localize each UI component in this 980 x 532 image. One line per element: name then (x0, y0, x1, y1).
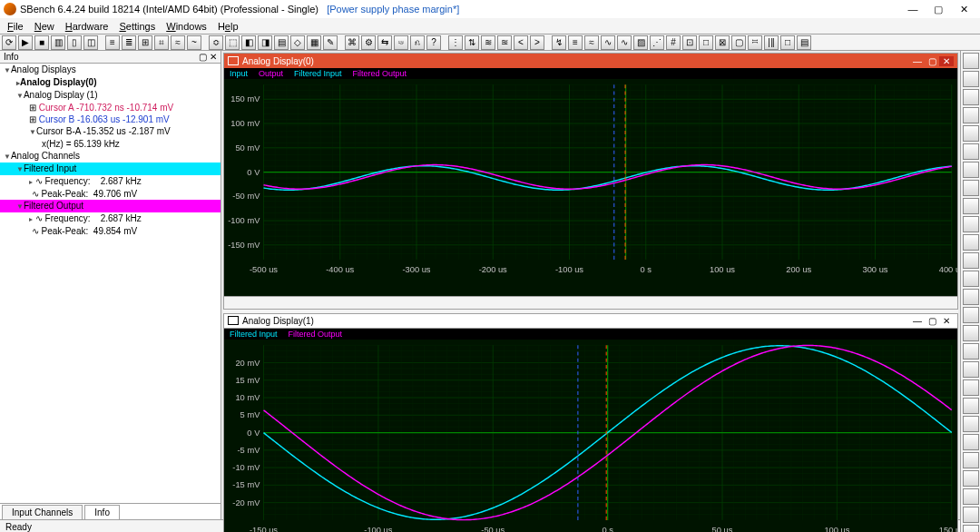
toolbar-btn-42[interactable]: ⊠ (715, 35, 730, 50)
side-tool-12[interactable] (963, 271, 979, 287)
side-tool-18[interactable] (963, 379, 979, 396)
menu-file[interactable]: FFileile (4, 20, 27, 33)
toolbar-btn-39[interactable]: # (666, 35, 681, 50)
toolbar-btn-9[interactable]: ⌗ (154, 35, 169, 50)
side-tool-3[interactable] (963, 107, 979, 123)
toolbar-btn-13[interactable]: ⬚ (225, 35, 240, 50)
toolbar-btn-43[interactable]: ▢ (731, 35, 746, 50)
toolbar-btn-19[interactable]: ✎ (323, 35, 338, 50)
toolbar-btn-46[interactable]: □ (780, 35, 795, 50)
window-close[interactable]: ✕ (951, 4, 976, 15)
tree-analog-displays[interactable]: Analog Displays (0, 64, 220, 76)
side-tool-20[interactable] (963, 416, 979, 432)
side-tool-8[interactable] (963, 198, 979, 214)
side-tool-17[interactable] (963, 361, 979, 378)
side-tool-16[interactable] (963, 343, 979, 360)
tree-fo-freq[interactable]: ∿ Frequency: 2.687 kHz (0, 212, 220, 225)
tree-fi-freq[interactable]: ∿ Frequency: 2.687 kHz (0, 175, 220, 188)
toolbar-btn-5[interactable]: ◫ (83, 35, 98, 50)
toolbar-btn-27[interactable]: ⇅ (465, 35, 479, 50)
side-tool-14[interactable] (963, 307, 979, 323)
tree-cursor-a[interactable]: ⊞ Cursor A -710.732 ns -10.714 mV (0, 102, 220, 113)
side-tool-5[interactable] (963, 143, 979, 160)
toolbar-btn-44[interactable]: ⎶ (748, 35, 762, 50)
side-tool-13[interactable] (963, 289, 979, 305)
menu-new[interactable]: New (31, 20, 58, 33)
toolbar-btn-15[interactable]: ◨ (258, 35, 272, 50)
side-tool-19[interactable] (963, 398, 979, 414)
toolbar-btn-36[interactable]: ∿ (617, 35, 632, 50)
display-0-min[interactable]: — (910, 56, 925, 66)
tree-display-0[interactable]: Analog Display(0) (0, 76, 220, 89)
toolbar-btn-30[interactable]: < (514, 35, 528, 50)
toolbar-btn-3[interactable]: ▥ (51, 35, 65, 50)
toolbar-btn-34[interactable]: ≈ (584, 35, 599, 50)
window-minimize[interactable]: — (900, 4, 926, 15)
side-tool-9[interactable] (963, 216, 979, 232)
side-tool-7[interactable] (963, 180, 979, 196)
toolbar-btn-21[interactable]: ⚙ (361, 35, 376, 50)
display-0-plot[interactable]: 150 mV100 mV50 mV0 V-50 mV-100 mV-150 mV… (224, 79, 957, 296)
toolbar-btn-26[interactable]: ⋮ (448, 35, 463, 50)
display-0-titlebar[interactable]: Analog Display(0) — ▢ ✕ (224, 54, 957, 68)
display-0-close[interactable]: ✕ (939, 56, 954, 66)
window-maximize[interactable]: ▢ (926, 4, 951, 15)
side-tool-4[interactable] (963, 125, 979, 142)
toolbar-btn-11[interactable]: ~ (187, 35, 201, 50)
toolbar-btn-24[interactable]: ⎌ (410, 35, 425, 50)
display-1-max[interactable]: ▢ (925, 316, 939, 326)
toolbar-btn-40[interactable]: ⊡ (682, 35, 697, 50)
side-tool-1[interactable] (963, 71, 979, 87)
toolbar-btn-45[interactable]: |‖ (764, 35, 779, 50)
side-tool-24[interactable] (963, 488, 979, 505)
toolbar-btn-16[interactable]: ▤ (274, 35, 289, 50)
toolbar-btn-23[interactable]: ⎃ (394, 35, 408, 50)
side-tool-15[interactable] (963, 325, 979, 341)
toolbar-btn-25[interactable]: ? (426, 35, 441, 50)
toolbar-btn-14[interactable]: ◧ (241, 35, 256, 50)
side-tool-26[interactable] (963, 525, 979, 532)
toolbar-btn-33[interactable]: ≡ (568, 35, 583, 50)
side-tool-23[interactable] (963, 470, 979, 487)
panel-pin-icon[interactable]: ▢ ✕ (199, 52, 217, 62)
side-tool-2[interactable] (963, 89, 979, 105)
side-tool-10[interactable] (963, 234, 979, 251)
tree-analog-channels[interactable]: Analog Channels (0, 150, 220, 163)
tree-display-1[interactable]: Analog Display (1) (0, 89, 220, 102)
side-tool-0[interactable] (963, 53, 979, 69)
display-1-close[interactable]: ✕ (939, 316, 954, 326)
toolbar-btn-28[interactable]: ≋ (481, 35, 495, 50)
menu-hardware[interactable]: Hardware (62, 20, 113, 33)
toolbar-btn-6[interactable]: ≡ (105, 35, 120, 50)
toolbar-btn-18[interactable]: ▦ (307, 35, 321, 50)
menu-settings[interactable]: Settings (115, 20, 159, 33)
toolbar-btn-41[interactable]: □ (699, 35, 713, 50)
toolbar-btn-12[interactable]: ≎ (209, 35, 223, 50)
tree-filtered-input[interactable]: Filtered Input (0, 163, 220, 175)
menu-windows[interactable]: Windows (162, 20, 211, 33)
side-tool-11[interactable] (963, 252, 979, 269)
side-tool-22[interactable] (963, 452, 979, 468)
tree-cursor-ba[interactable]: Cursor B-A -15.352 us -2.187 mV (0, 125, 220, 138)
toolbar-btn-47[interactable]: ▤ (797, 35, 811, 50)
toolbar-btn-8[interactable]: ⊞ (138, 35, 152, 50)
menu-help[interactable]: Help (214, 20, 242, 33)
toolbar-btn-4[interactable]: ▯ (67, 35, 82, 50)
side-tool-21[interactable] (963, 434, 979, 450)
side-tool-6[interactable] (963, 162, 979, 178)
toolbar-btn-37[interactable]: ▨ (633, 35, 648, 50)
tree-filtered-output[interactable]: Filtered Output (0, 200, 220, 212)
info-tree[interactable]: Analog Displays Analog Display(0) Analog… (0, 64, 220, 503)
display-1-plot[interactable]: 20 mV15 mV10 mV5 mV0 V-5 mV-10 mV-15 mV-… (224, 340, 957, 532)
display-1-titlebar[interactable]: Analog Display(1) — ▢ ✕ (224, 314, 957, 329)
display-0-max[interactable]: ▢ (925, 56, 939, 66)
toolbar-btn-38[interactable]: ⋰ (650, 35, 664, 50)
tab-input-channels[interactable]: Input Channels (2, 505, 83, 519)
toolbar-btn-7[interactable]: ≣ (122, 35, 136, 50)
toolbar-btn-35[interactable]: ∿ (601, 35, 615, 50)
toolbar-btn-29[interactable]: ≊ (497, 35, 512, 50)
toolbar-btn-20[interactable]: ⌘ (345, 35, 359, 50)
display-0-hscroll[interactable] (224, 296, 957, 309)
tree-cursor-b[interactable]: ⊞ Cursor B -16.063 us -12.901 mV (0, 113, 220, 125)
display-1-min[interactable]: — (910, 316, 925, 326)
